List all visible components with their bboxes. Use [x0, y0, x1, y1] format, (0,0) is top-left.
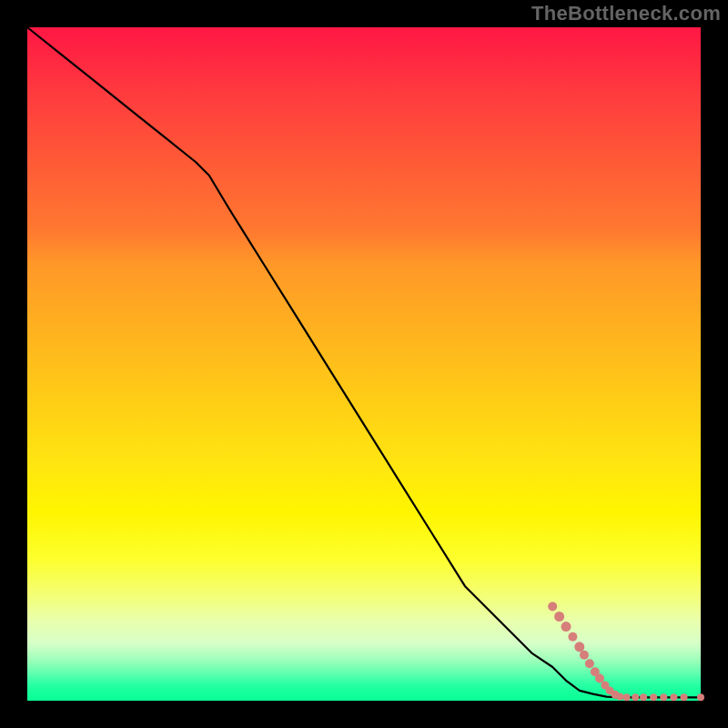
- watermark-text: TheBottleneck.com: [531, 2, 721, 25]
- data-marker: [697, 693, 704, 701]
- data-marker: [585, 659, 594, 668]
- data-marker: [616, 693, 623, 701]
- data-marker: [580, 651, 589, 660]
- data-marker: [623, 693, 631, 701]
- data-marker: [681, 693, 688, 701]
- data-marker: [670, 693, 677, 701]
- data-marker: [660, 693, 667, 701]
- chart-svg: [27, 27, 701, 701]
- plot-area: [27, 27, 701, 701]
- data-marker: [548, 602, 557, 611]
- data-marker: [650, 693, 657, 701]
- marker-group: [548, 602, 704, 701]
- data-marker: [554, 612, 564, 622]
- chart-frame: TheBottleneck.com: [0, 0, 728, 728]
- data-marker: [632, 693, 639, 701]
- data-marker: [574, 642, 584, 652]
- data-marker: [595, 674, 604, 683]
- data-marker: [568, 632, 577, 642]
- data-marker: [561, 622, 571, 632]
- data-curve: [27, 27, 701, 697]
- data-marker: [640, 693, 647, 701]
